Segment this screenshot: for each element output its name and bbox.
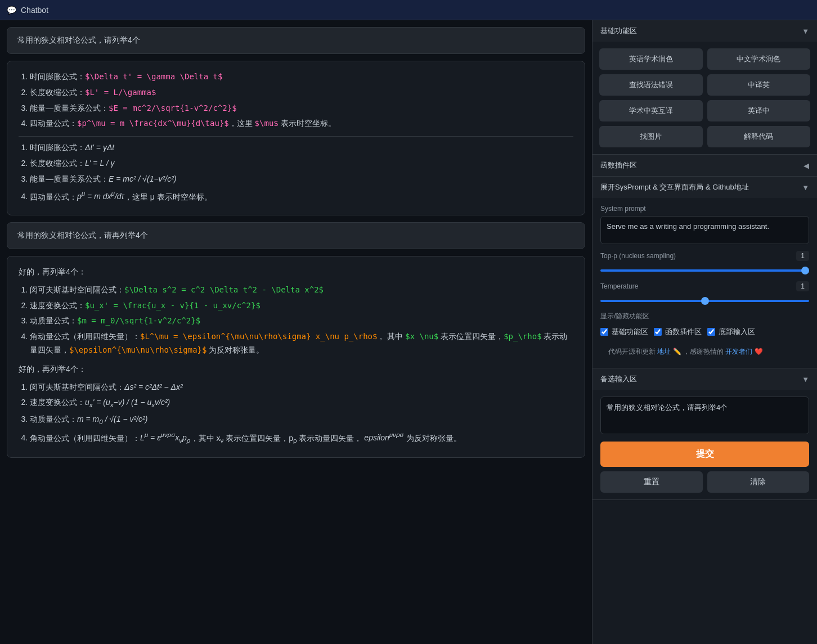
plugin-arrow: ◀ <box>803 161 809 170</box>
heart-icon: ❤️ <box>755 348 763 355</box>
basic-check-item[interactable]: 基础功能区 <box>600 327 648 337</box>
btn-en-polish[interactable]: 英语学术润色 <box>599 48 703 70</box>
btn-cn-en[interactable]: 中译英 <box>707 74 811 96</box>
render-4: pμ = m dxμ/dτ <box>77 192 124 201</box>
footer-text2: ，感谢热情的 <box>683 348 724 355</box>
btn-cn-polish[interactable]: 中文学术润色 <box>707 48 811 70</box>
top-p-row: Top-p (nucleus sampling) 1 <box>600 251 809 261</box>
alt-input-arrow: ▼ <box>802 375 809 384</box>
temperature-value: 1 <box>796 281 809 291</box>
latex-6: $u_x' = \frac{u_x - v}{1 - u_xv/c^2}$ <box>85 301 261 310</box>
system-prompt-value[interactable]: Serve me as a writing and programming as… <box>600 216 809 244</box>
render-7: m = m0 / √(1 − v²/c²) <box>77 415 147 424</box>
main-layout: 常用的狭义相对论公式，请列举4个 时间膨胀公式：$\Delta t' = \ga… <box>0 20 817 644</box>
alt-input-header[interactable]: 备选输入区 ▼ <box>592 368 817 390</box>
list-item: 速度变换公式：$u_x' = \frac{u_x - v}{1 - u_xv/c… <box>30 299 573 313</box>
btn-find-img[interactable]: 找图片 <box>599 126 703 147</box>
sysprompt-header[interactable]: 展开SysPrompt & 交互界面布局 & Github地址 ▼ <box>592 177 817 198</box>
btn-grammar[interactable]: 查找语法错误 <box>599 74 703 96</box>
sysprompt-content: System prompt Serve me as a writing and … <box>592 198 817 368</box>
assistant-message-1: 时间膨胀公式：$\Delta t' = \gamma \Delta t$ 长度收… <box>7 61 585 215</box>
plugin-label: 函数插件区 <box>600 160 637 170</box>
render-3: E = mc² / √(1−v²/c²) <box>109 174 176 183</box>
user-message-1: 常用的狭义相对论公式，请列举4个 <box>7 27 585 54</box>
temperature-row: Temperature 1 <box>600 281 809 291</box>
list-item: 能量—质量关系公式：E = mc² / √(1−v²/c²) <box>30 173 573 186</box>
system-prompt-label: System prompt <box>600 205 809 213</box>
basic-check-label: 基础功能区 <box>612 327 648 337</box>
checkbox-row: 基础功能区 函数插件区 底部输入区 <box>600 327 809 337</box>
basic-functions-grid: 英语学术润色 中文学术润色 查找语法错误 中译英 学术中英互译 英译中 找图片 … <box>592 42 817 154</box>
top-p-label: Top-p (nucleus sampling) <box>600 252 676 260</box>
bottom-check-item[interactable]: 底部输入区 <box>707 327 755 337</box>
render-8: Lμ = εμνρσxνpρ <box>140 433 191 442</box>
temperature-slider-container <box>600 295 809 304</box>
basic-checkbox[interactable] <box>600 328 608 336</box>
btn-explain-code[interactable]: 解释代码 <box>707 126 811 147</box>
latex-8: $L^\mu = \epsilon^{\mu\nu\rho\sigma} x_\… <box>140 332 377 341</box>
visibility-section: 显示/隐藏功能区 基础功能区 函数插件区 底部输入区 <box>600 312 809 343</box>
list-item: 动质量公式：m = m0 / √(1 − v²/c²) <box>30 413 573 427</box>
plugin-check-item[interactable]: 函数插件区 <box>654 327 702 337</box>
clear-button[interactable]: 清除 <box>707 471 810 493</box>
chat-icon: 💬 <box>7 6 16 15</box>
user-message-1-text: 常用的狭义相对论公式，请列举4个 <box>17 35 140 44</box>
latex-7: $m = m_0/\sqrt{1-v^2/c^2}$ <box>77 316 200 325</box>
basic-functions-arrow: ▼ <box>802 27 809 35</box>
plugin-header[interactable]: 函数插件区 ◀ <box>592 155 817 176</box>
list-item: 时间膨胀公式：Δt' = γΔt <box>30 141 573 155</box>
plugin-checkbox[interactable] <box>654 328 662 336</box>
basic-functions-section: 基础功能区 ▼ 英语学术润色 中文学术润色 查找语法错误 中译英 学术中英互译 … <box>592 20 817 155</box>
bottom-check-label: 底部输入区 <box>719 327 755 337</box>
render-1: Δt' = γΔt <box>85 143 114 152</box>
reset-button[interactable]: 重置 <box>600 471 703 493</box>
list-item: 动质量公式：$m = m_0/\sqrt{1-v^2/c^2}$ <box>30 314 573 328</box>
footer-text1: 代码开源和更新 <box>608 348 656 355</box>
user-message-2-text: 常用的狭义相对论公式，请再列举4个 <box>17 231 148 240</box>
basic-functions-header[interactable]: 基础功能区 ▼ <box>592 20 817 42</box>
list-item: 时间膨胀公式：$\Delta t' = \gamma \Delta t$ <box>30 70 573 84</box>
top-p-value: 1 <box>796 251 809 261</box>
response-intro2: 好的，再列举4个： <box>19 363 573 376</box>
btn-academic[interactable]: 学术中英互译 <box>599 100 703 121</box>
alt-input-textarea[interactable] <box>600 397 809 434</box>
assistant-message-2: 好的，再列举4个： 闵可夫斯基时空间隔公式：$\Delta s^2 = c^2 … <box>7 256 585 458</box>
sysprompt-label: 展开SysPrompt & 交互界面布局 & Github地址 <box>600 182 749 192</box>
header: 💬 Chatbot <box>0 0 817 20</box>
user-message-2: 常用的狭义相对论公式，请再列举4个 <box>7 222 585 249</box>
footer-note: 代码开源和更新 地址 ✏️ ，感谢热情的 开发者们 ❤️ <box>600 343 809 361</box>
render-6: ux' = (ux−v) / (1 − uxv/c²) <box>85 398 170 407</box>
chat-area: 常用的狭义相对论公式，请列举4个 时间膨胀公式：$\Delta t' = \ga… <box>0 20 592 644</box>
list-item: 长度收缩公式：$L' = L/\gamma$ <box>30 86 573 100</box>
list-item: 闵可夫斯基时空间隔公式：$\Delta s^2 = c^2 \Delta t^2… <box>30 283 573 297</box>
app-title: Chatbot <box>21 6 48 15</box>
temperature-label: Temperature <box>600 282 638 290</box>
btn-en-cn[interactable]: 英译中 <box>707 100 811 121</box>
submit-button[interactable]: 提交 <box>600 442 809 467</box>
sysprompt-section: 展开SysPrompt & 交互界面布局 & Github地址 ▼ System… <box>592 177 817 368</box>
list-item: 速度变换公式：ux' = (ux−v) / (1 − uxv/c²) <box>30 396 573 411</box>
bottom-checkbox[interactable] <box>707 328 715 336</box>
list-item: 角动量公式（利用四维矢量）：$L^\mu = \epsilon^{\mu\nu\… <box>30 330 573 357</box>
alt-input-label: 备选输入区 <box>600 374 637 384</box>
list-item: 长度收缩公式：L' = L / γ <box>30 157 573 170</box>
visibility-label: 显示/隐藏功能区 <box>600 312 809 321</box>
alt-input-section: 备选输入区 ▼ 提交 重置 清除 <box>592 368 817 500</box>
reset-row: 重置 清除 <box>600 471 809 493</box>
footer-link2[interactable]: 开发者们 <box>725 348 752 355</box>
latex-3: $E = mc^2/\sqrt{1-v^2/c^2}$ <box>109 103 237 112</box>
alt-input-content: 提交 重置 清除 <box>592 390 817 499</box>
latex-5: $\Delta s^2 = c^2 \Delta t^2 - \Delta x^… <box>124 285 324 294</box>
sysprompt-arrow: ▼ <box>802 183 809 192</box>
list-item: 闵可夫斯基时空间隔公式：Δs² = c²Δt² − Δx² <box>30 381 573 394</box>
footer-link[interactable]: 地址 <box>657 348 671 355</box>
top-p-slider-container <box>600 264 809 273</box>
render-2: L' = L / γ <box>85 159 115 168</box>
response-intro: 好的，再列举4个： <box>19 265 573 279</box>
list-item: 角动量公式（利用四维矢量）：Lμ = εμνρσxνpρ，其中 xν 表示位置四… <box>30 430 573 446</box>
plugin-check-label: 函数插件区 <box>665 327 702 337</box>
temperature-slider[interactable] <box>600 300 809 302</box>
sidebar: 基础功能区 ▼ 英语学术润色 中文学术润色 查找语法错误 中译英 学术中英互译 … <box>592 20 817 644</box>
top-p-slider[interactable] <box>600 269 809 272</box>
plugin-section: 函数插件区 ◀ <box>592 155 817 177</box>
